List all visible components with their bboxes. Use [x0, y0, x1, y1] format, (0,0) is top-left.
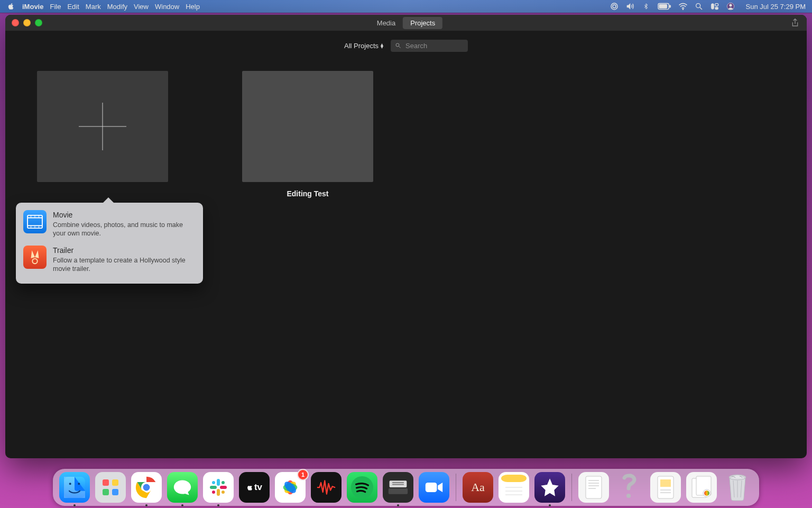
menu-window[interactable]: Window: [155, 3, 179, 11]
svg-rect-49: [389, 488, 408, 494]
dock-image-capture[interactable]: [383, 472, 413, 503]
dock-doc-1[interactable]: [578, 472, 609, 503]
share-icon[interactable]: [791, 18, 799, 30]
new-project-tile[interactable]: [37, 71, 168, 182]
popover-movie-option[interactable]: Movie Combine videos, photos, and music …: [22, 208, 197, 242]
dock-slack[interactable]: [203, 472, 234, 503]
svg-rect-48: [390, 480, 407, 487]
svg-rect-37: [217, 489, 220, 496]
dock-help-icon[interactable]: [614, 472, 645, 503]
projects-grid: Editing Test: [5, 60, 807, 208]
projects-toolbar: All Projects ▴▾: [5, 31, 807, 60]
svg-rect-4: [669, 5, 670, 8]
project-tile[interactable]: Editing Test: [242, 71, 373, 198]
svg-point-40: [222, 481, 225, 484]
wifi-icon[interactable]: [678, 2, 688, 11]
project-filter-dropdown[interactable]: All Projects ▴▾: [344, 42, 383, 50]
popover-trailer-option[interactable]: Trailer Follow a template to create a Ho…: [22, 242, 197, 278]
svg-rect-36: [210, 486, 217, 489]
apple-logo-icon[interactable]: [6, 2, 16, 11]
imovie-window: Media Projects All Projects ▴▾ Editing T…: [5, 15, 807, 458]
dock-separator: [456, 474, 456, 501]
svg-point-5: [682, 9, 683, 10]
svg-rect-50: [392, 482, 404, 483]
dock-doc-3[interactable]: [686, 472, 717, 503]
menubar-clock[interactable]: Sun Jul 25 7:29 PM: [746, 3, 806, 11]
menu-edit[interactable]: Edit: [67, 3, 79, 11]
svg-marker-58: [541, 478, 558, 496]
svg-rect-66: [660, 479, 671, 487]
dock-separator-2: [571, 474, 572, 501]
battery-icon[interactable]: [657, 2, 672, 11]
dock-photos-badge: 1: [297, 469, 309, 480]
svg-point-6: [696, 4, 700, 8]
menu-mark[interactable]: Mark: [86, 3, 101, 11]
menu-view[interactable]: View: [134, 3, 149, 11]
dock-photos[interactable]: 1: [275, 472, 306, 503]
new-project-thumbnail[interactable]: [37, 71, 168, 182]
tab-media[interactable]: Media: [370, 17, 403, 29]
title-tabs: Media Projects: [370, 17, 442, 29]
volume-icon[interactable]: [625, 2, 635, 11]
movie-icon: [23, 210, 47, 233]
dock-appletv[interactable]: tv: [239, 472, 270, 503]
svg-line-14: [399, 47, 401, 48]
dock-doc-2[interactable]: [650, 472, 681, 503]
user-menu-icon[interactable]: [726, 2, 735, 11]
project-title: Editing Test: [287, 189, 328, 198]
dock-spotify[interactable]: [347, 472, 377, 503]
svg-rect-8: [711, 4, 714, 10]
popover-movie-desc: Combine videos, photos, and music to mak…: [53, 221, 196, 238]
svg-point-72: [704, 491, 709, 496]
menu-app-name[interactable]: iMovie: [22, 3, 43, 11]
bluetooth-icon[interactable]: [641, 2, 651, 11]
menu-file[interactable]: File: [50, 3, 61, 11]
svg-point-27: [78, 483, 80, 485]
dock-finder[interactable]: [59, 472, 90, 503]
dock-imovie[interactable]: [534, 472, 565, 503]
close-window-button[interactable]: [12, 19, 19, 26]
dock-dictionary[interactable]: Aa: [463, 472, 493, 503]
dock-messages[interactable]: [167, 472, 198, 503]
popover-trailer-desc: Follow a template to create a Hollywood …: [53, 256, 196, 274]
svg-rect-31: [112, 489, 118, 495]
menu-modify[interactable]: Modify: [107, 3, 127, 11]
svg-rect-3: [659, 4, 667, 8]
dock-launchpad[interactable]: [95, 472, 126, 503]
dock-voice-memos[interactable]: [311, 472, 342, 503]
svg-point-42: [212, 491, 215, 494]
window-titlebar: Media Projects: [5, 15, 807, 31]
fullscreen-window-button[interactable]: [35, 19, 42, 26]
minimize-window-button[interactable]: [23, 19, 31, 26]
svg-rect-35: [217, 479, 220, 486]
popover-movie-title: Movie: [53, 210, 196, 220]
dock-zoom[interactable]: [419, 472, 449, 503]
spotlight-icon[interactable]: [694, 2, 704, 11]
dock-notes[interactable]: [499, 472, 529, 503]
svg-rect-10: [715, 7, 718, 10]
popover-trailer-title: Trailer: [53, 246, 196, 255]
svg-point-12: [729, 4, 732, 7]
chevron-updown-icon: ▴▾: [381, 43, 383, 48]
project-thumbnail[interactable]: [242, 71, 373, 182]
svg-rect-52: [426, 483, 437, 492]
trailer-icon: [23, 246, 47, 269]
search-input[interactable]: [404, 41, 459, 50]
svg-line-7: [700, 7, 702, 10]
svg-rect-9: [715, 4, 718, 6]
search-field[interactable]: [391, 40, 468, 52]
tab-projects[interactable]: Projects: [403, 17, 442, 29]
macos-menu-bar: iMovie File Edit Mark Modify View Window…: [0, 0, 812, 13]
control-center-icon[interactable]: [710, 2, 719, 11]
menu-help[interactable]: Help: [186, 3, 200, 11]
plus-icon: [79, 103, 126, 150]
dock-trash[interactable]: [722, 472, 753, 503]
svg-point-0: [611, 3, 617, 10]
dock-chrome[interactable]: [131, 472, 162, 503]
svg-rect-51: [392, 484, 404, 485]
svg-rect-28: [103, 479, 109, 486]
dock: tv 1 Aa: [53, 469, 759, 506]
creative-cloud-icon[interactable]: [610, 2, 619, 11]
svg-point-13: [396, 43, 399, 47]
svg-rect-54: [501, 475, 527, 482]
